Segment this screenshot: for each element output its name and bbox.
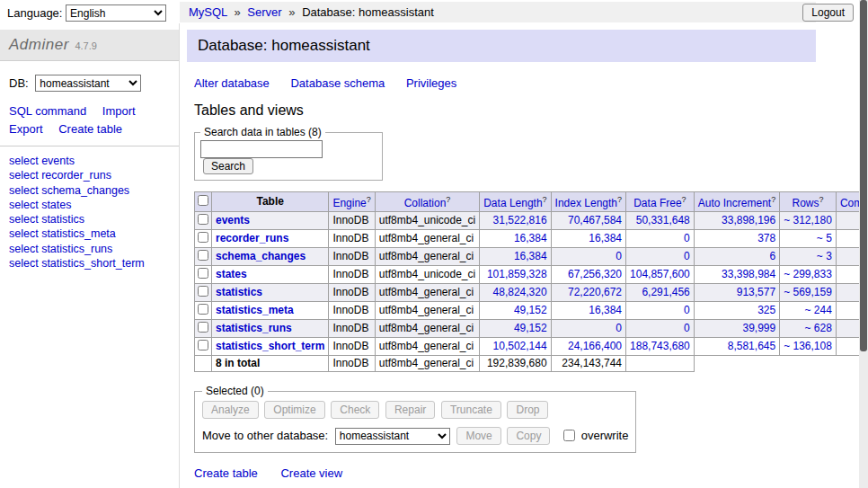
row-checkbox-statistics-short-term[interactable] — [198, 340, 208, 350]
table-link-recorder-runs[interactable]: recorder_runs — [216, 232, 288, 244]
auto-increment-value[interactable]: 913,577 — [737, 286, 775, 298]
sidebar-item-select-recorder-runs[interactable]: select recorder_runs — [9, 168, 170, 182]
overwrite-checkbox[interactable] — [563, 430, 575, 441]
table-link-statistics-runs[interactable]: statistics_runs — [216, 322, 292, 334]
alter-database-link[interactable]: Alter database — [194, 76, 270, 90]
privileges-link[interactable]: Privileges — [406, 76, 456, 90]
repair-button[interactable]: Repair — [385, 401, 435, 419]
copy-button[interactable]: Copy — [507, 427, 550, 445]
data-length-header-link[interactable]: Data Length? — [483, 197, 546, 209]
drop-button[interactable]: Drop — [507, 401, 548, 419]
select-all-checkbox[interactable] — [198, 195, 208, 206]
auto-increment-value[interactable]: 39,999 — [742, 322, 775, 334]
table-link-events[interactable]: events — [216, 214, 250, 226]
table-link-statistics-meta[interactable]: statistics_meta — [216, 304, 294, 316]
index-length-value[interactable]: 24,166,400 — [568, 340, 622, 352]
rows-count-link[interactable]: ~ 299,833 — [784, 268, 832, 280]
truncate-button[interactable]: Truncate — [441, 401, 501, 419]
create-table-link-sidebar[interactable]: Create table — [58, 122, 122, 136]
sidebar-item-select-statistics-short-term[interactable]: select statistics_short_term — [9, 256, 170, 271]
row-checkbox-statistics-runs[interactable] — [198, 322, 208, 333]
rows-count-link[interactable]: ~ 136,108 — [784, 340, 832, 352]
index-length-header-link[interactable]: Index Length? — [555, 197, 622, 209]
rows-count-link[interactable]: ~ 5 — [817, 232, 832, 244]
rows-count-link[interactable]: ~ 569,159 — [784, 286, 832, 298]
data-length-value[interactable]: 101,859,328 — [487, 268, 547, 280]
data-free-value[interactable]: 0 — [684, 250, 690, 262]
rows-count-link[interactable]: ~ 3 — [817, 250, 832, 262]
check-button[interactable]: Check — [331, 401, 379, 419]
data-free-value[interactable]: 104,857,600 — [630, 268, 690, 280]
table-link-statistics-short-term[interactable]: statistics_short_term — [216, 340, 324, 352]
data-length-value[interactable]: 10,502,144 — [493, 340, 547, 352]
optimize-button[interactable]: Optimize — [264, 401, 324, 419]
auto-increment-value[interactable]: 6 — [769, 250, 775, 262]
data-free-header-link[interactable]: Data Free? — [633, 197, 686, 209]
row-checkbox-statistics-meta[interactable] — [198, 304, 208, 315]
vertical-scrollbar[interactable] — [859, 0, 868, 488]
data-free-value[interactable]: 0 — [684, 232, 690, 244]
data-free-value[interactable]: 0 — [684, 322, 690, 334]
row-checkbox-schema-changes[interactable] — [198, 250, 208, 261]
rows-count-link[interactable]: ~ 244 — [805, 304, 832, 316]
index-length-value[interactable]: 70,467,584 — [568, 214, 622, 226]
collation-header-link[interactable]: Collation? — [404, 197, 451, 209]
language-select[interactable]: English — [66, 4, 166, 22]
table-link-states[interactable]: states — [216, 268, 247, 280]
sidebar-item-select-statistics-meta[interactable]: select statistics_meta — [9, 226, 170, 241]
table-link-statistics[interactable]: statistics — [216, 286, 262, 298]
move-db-select[interactable]: homeassistant — [335, 428, 450, 445]
index-length-value[interactable]: 67,256,320 — [568, 268, 622, 280]
sql-command-link[interactable]: SQL command — [9, 104, 86, 118]
sidebar-item-select-statistics-runs[interactable]: select statistics_runs — [9, 242, 170, 256]
index-length-value[interactable]: 0 — [616, 250, 622, 262]
sidebar-item-select-schema-changes[interactable]: select schema_changes — [9, 183, 170, 198]
create-table-link[interactable]: Create table — [194, 466, 258, 480]
data-length-value[interactable]: 31,522,816 — [493, 214, 547, 226]
table-link-schema-changes[interactable]: schema_changes — [216, 250, 306, 262]
data-length-value[interactable]: 49,152 — [514, 304, 547, 316]
index-length-value[interactable]: 0 — [616, 322, 622, 334]
auto-increment-value[interactable]: 325 — [757, 304, 775, 316]
data-free-value[interactable]: 0 — [684, 304, 690, 316]
sidebar-item-select-states[interactable]: select states — [9, 198, 170, 212]
data-free-value[interactable]: 188,743,680 — [630, 340, 690, 352]
export-link[interactable]: Export — [9, 122, 43, 136]
breadcrumb-server-link[interactable]: Server — [247, 5, 281, 19]
auto-increment-value[interactable]: 33,898,196 — [722, 214, 775, 226]
rows-header-link[interactable]: Rows? — [793, 197, 824, 209]
auto-increment-value[interactable]: 8,581,645 — [728, 340, 775, 352]
data-free-value[interactable]: 6,291,456 — [642, 286, 689, 298]
row-checkbox-events[interactable] — [198, 214, 208, 225]
auto-increment-value[interactable]: 33,398,984 — [722, 268, 775, 280]
index-length-value[interactable]: 16,384 — [589, 232, 622, 244]
search-input[interactable] — [200, 140, 323, 158]
index-length-value[interactable]: 16,384 — [589, 304, 622, 316]
logout-button[interactable]: Logout — [802, 4, 854, 22]
data-length-value[interactable]: 48,824,320 — [493, 286, 547, 298]
analyze-button[interactable]: Analyze — [202, 401, 259, 419]
db-select[interactable]: homeassistant — [35, 75, 141, 92]
row-checkbox-statistics[interactable] — [198, 286, 208, 297]
auto-increment-header-link[interactable]: Auto Increment? — [698, 197, 775, 209]
data-length-value[interactable]: 16,384 — [514, 232, 547, 244]
rows-count-link[interactable]: ~ 312,180 — [784, 214, 832, 226]
database-schema-link[interactable]: Database schema — [290, 76, 385, 90]
scrollbar-thumb[interactable] — [860, 0, 867, 351]
move-button[interactable]: Move — [456, 427, 500, 445]
data-length-value[interactable]: 49,152 — [514, 322, 547, 334]
import-link[interactable]: Import — [102, 104, 136, 118]
search-button[interactable]: Search — [203, 158, 253, 174]
data-length-value[interactable]: 16,384 — [514, 250, 547, 262]
sidebar-item-select-events[interactable]: select events — [9, 154, 170, 168]
sidebar-item-select-statistics[interactable]: select statistics — [9, 212, 170, 226]
row-checkbox-recorder-runs[interactable] — [198, 232, 208, 243]
row-checkbox-states[interactable] — [198, 268, 208, 279]
create-view-link[interactable]: Create view — [280, 466, 342, 480]
breadcrumb-mysql-link[interactable]: MySQL — [189, 5, 227, 19]
index-length-value[interactable]: 72,220,672 — [568, 286, 622, 298]
auto-increment-value[interactable]: 378 — [757, 232, 775, 244]
data-free-value[interactable]: 50,331,648 — [636, 214, 690, 226]
rows-count-link[interactable]: ~ 628 — [805, 322, 832, 334]
engine-header-link[interactable]: Engine? — [332, 197, 370, 209]
